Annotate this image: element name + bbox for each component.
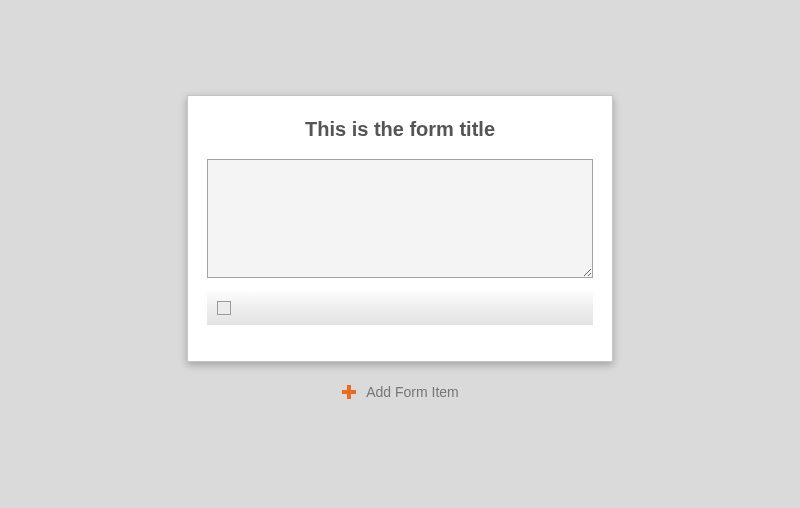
plus-icon: [341, 384, 357, 400]
form-title: This is the form title: [188, 118, 612, 141]
checkbox-row[interactable]: [207, 291, 593, 325]
add-form-item-label: Add Form Item: [366, 384, 459, 400]
form-textarea[interactable]: [207, 159, 593, 278]
form-card: This is the form title: [187, 95, 613, 362]
svg-rect-1: [342, 390, 356, 394]
textarea-container: [207, 159, 593, 278]
add-form-item-button[interactable]: Add Form Item: [0, 384, 800, 400]
checkbox[interactable]: [217, 301, 231, 315]
